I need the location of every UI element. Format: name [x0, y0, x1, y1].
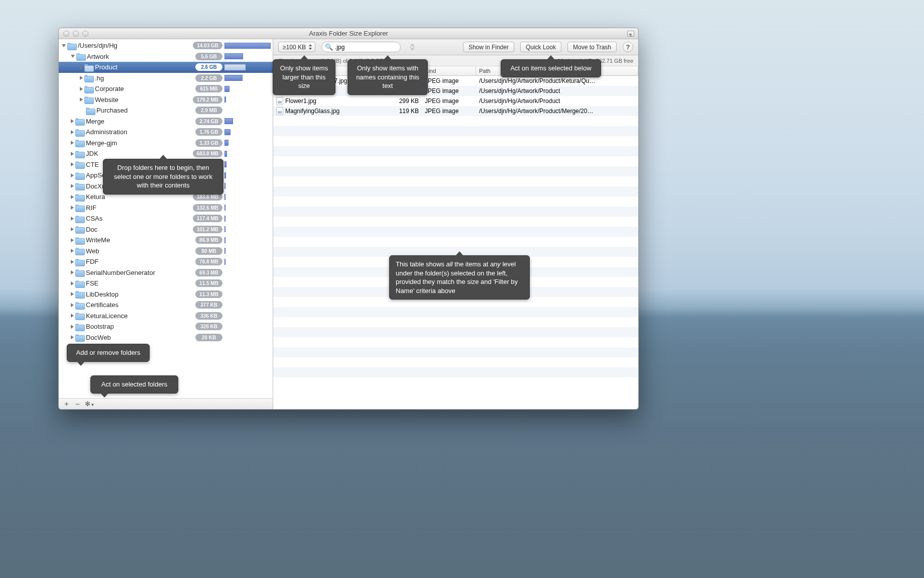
tree-row[interactable]: .hg2.2 GB: [59, 73, 273, 84]
disclosure-icon[interactable]: [71, 119, 74, 123]
disclosure-icon[interactable]: [71, 195, 74, 199]
tree-row[interactable]: Product2.6 GB: [59, 62, 273, 73]
remove-folder-button[interactable]: −: [75, 400, 80, 408]
size-badge: 5.6 GB: [195, 53, 222, 60]
bar-cell: [224, 205, 271, 211]
folder-icon: [75, 129, 84, 136]
disclosure-icon[interactable]: [71, 303, 74, 307]
disclosure-icon[interactable]: [71, 184, 74, 188]
disclosure-icon[interactable]: [71, 227, 74, 231]
tree-item-label: Product: [95, 63, 118, 71]
file-kind: JPEG image: [422, 77, 476, 84]
disclosure-icon[interactable]: [71, 335, 74, 339]
bar-cell: [224, 43, 271, 49]
disclosure-icon[interactable]: [71, 292, 74, 296]
size-badge: 86.9 MB: [195, 236, 222, 244]
disclosure-icon[interactable]: [62, 44, 66, 47]
tree-row[interactable]: WriteMe86.9 MB: [59, 235, 273, 246]
window-title: Araxis Folder Size Explorer: [59, 30, 638, 37]
table-row[interactable]: MagnifyingGlass.jpg119 KBJPEG image/User…: [273, 106, 638, 116]
disclosure-icon[interactable]: [71, 238, 74, 242]
tree-row[interactable]: RIF132.6 MB: [59, 203, 273, 214]
tree-row[interactable]: Web80 MB: [59, 246, 273, 257]
tree-row[interactable]: Merge2.74 GB: [59, 116, 273, 127]
tree-row[interactable]: /Users/djn/Hg14.03 GB: [59, 40, 273, 51]
file-name: MagnifyingGlass.jpg: [285, 108, 339, 115]
search-input[interactable]: [335, 44, 410, 51]
size-badge: 20 KB: [195, 334, 222, 341]
tree-row[interactable]: Corporate615 MB: [59, 83, 273, 94]
tree-row[interactable]: Website179.2 MB: [59, 94, 273, 106]
tree-item-label: .hg: [95, 74, 104, 82]
help-button[interactable]: ?: [623, 42, 633, 52]
disclosure-icon[interactable]: [80, 98, 83, 102]
size-filter-select[interactable]: ≥100 KB: [278, 42, 315, 52]
table-row[interactable]: Flower1.jpg299 KBJPEG image/Users/djn/Hg…: [273, 96, 638, 106]
file-table[interactable]: 9016773-19646577.jpg1.1 MBJPEG image/Use…: [273, 76, 638, 409]
column-kind[interactable]: Kind: [422, 66, 476, 75]
disclosure-icon[interactable]: [71, 325, 74, 329]
tree-row[interactable]: Bootstrap328 KB: [59, 321, 273, 332]
folder-icon: [75, 204, 84, 211]
quick-look-button[interactable]: Quick Look: [520, 42, 561, 52]
table-row: [273, 126, 638, 136]
bar-cell: [224, 194, 271, 200]
search-field[interactable]: 🔍 ✕: [321, 42, 401, 52]
tree-row[interactable]: Administration1.76 GB: [59, 127, 273, 138]
tree-row[interactable]: Certificates377 KB: [59, 300, 273, 311]
tree-row[interactable]: Merge-gjm1.33 GB: [59, 138, 273, 149]
disclosure-icon[interactable]: [71, 270, 74, 274]
folder-icon: [75, 247, 84, 254]
tree-row[interactable]: DocWeb20 KB: [59, 332, 273, 343]
tree-row[interactable]: CSAs117.4 MB: [59, 213, 273, 224]
file-path: /Users/djn/Hg/Artwork/Product: [476, 87, 638, 94]
disclosure-icon[interactable]: [71, 249, 74, 253]
tree-item-label: /Users/djn/Hg: [78, 42, 118, 49]
move-to-trash-button[interactable]: Move to Trash: [567, 42, 617, 52]
disclosure-icon[interactable]: [71, 162, 74, 166]
table-row: [273, 136, 638, 146]
tree-row[interactable]: LibDesktop11.3 MB: [59, 289, 273, 300]
add-folder-button[interactable]: ＋: [63, 399, 70, 409]
folder-icon: [75, 118, 84, 125]
tree-row[interactable]: Artwork5.6 GB: [59, 51, 273, 62]
disclosure-icon[interactable]: [80, 65, 83, 69]
folder-icon: [84, 74, 93, 81]
disclosure-icon[interactable]: [71, 217, 74, 221]
folder-icon: [75, 323, 84, 330]
table-row: [273, 237, 638, 247]
disclosure-icon[interactable]: [80, 87, 83, 91]
bar-cell: [224, 172, 271, 178]
file-icon: [276, 97, 283, 105]
folder-icon: [75, 312, 84, 319]
bar-cell: [224, 259, 271, 265]
bar-cell: [224, 216, 271, 222]
table-row: [273, 317, 638, 327]
tree-row[interactable]: SerialNumberGenerator69.3 MB: [59, 267, 273, 278]
tree-row[interactable]: FDF78.8 MB: [59, 256, 273, 267]
tree-row[interactable]: KeturaLicence336 KB: [59, 311, 273, 322]
disclosure-icon[interactable]: [71, 314, 74, 318]
disclosure-icon[interactable]: [71, 55, 75, 58]
fullscreen-button[interactable]: [627, 31, 634, 37]
tree-row[interactable]: FSE11.5 MB: [59, 278, 273, 289]
table-row: [273, 367, 638, 377]
folder-icon: [75, 269, 84, 276]
tree-item-label: FDF: [86, 258, 98, 265]
disclosure-icon[interactable]: [71, 281, 74, 285]
disclosure-icon[interactable]: [71, 206, 74, 210]
disclosure-icon[interactable]: [80, 76, 83, 80]
tree-row[interactable]: Purchased2.9 MB: [59, 105, 273, 116]
show-in-finder-button[interactable]: Show in Finder: [463, 42, 514, 52]
file-kind: JPEG image: [422, 98, 476, 105]
disclosure-icon[interactable]: [71, 173, 74, 177]
clear-search-button[interactable]: ✕: [410, 44, 414, 50]
size-badge: 336 KB: [195, 312, 222, 320]
disclosure-icon[interactable]: [71, 141, 74, 145]
disclosure-icon[interactable]: [71, 152, 74, 156]
actions-menu-button[interactable]: ✻: [85, 400, 94, 408]
tree-row[interactable]: Doc101.2 MB: [59, 224, 273, 235]
disclosure-icon[interactable]: [71, 130, 74, 134]
tree-item-label: Administration: [86, 128, 127, 136]
disclosure-icon[interactable]: [71, 260, 74, 264]
